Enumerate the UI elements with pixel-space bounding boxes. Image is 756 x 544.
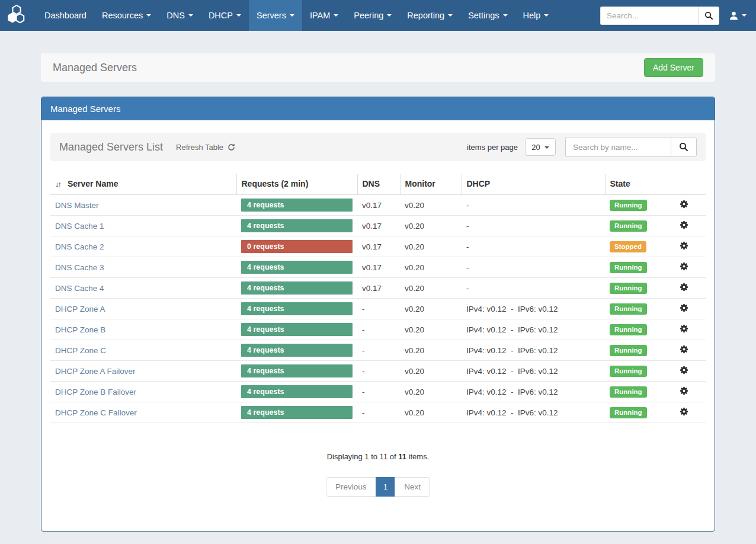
nav-label: DHCP — [209, 11, 233, 20]
add-server-button[interactable]: Add Server — [644, 58, 703, 77]
pagination-page-1-button[interactable]: 1 — [376, 477, 396, 497]
sort-icon[interactable]: ↓↑ — [55, 180, 60, 188]
displaying-total: 11 — [398, 452, 406, 461]
top-navbar: Dashboard Resources DNS DHCP Servers IPA… — [0, 0, 756, 31]
table-row: DNS Cache 2 0 requests v0.17 v0.20 - Sto… — [50, 236, 706, 257]
nav-item-servers[interactable]: Servers — [249, 0, 302, 31]
nav-item-ipam[interactable]: IPAM — [302, 0, 346, 31]
table-search-button[interactable] — [671, 137, 697, 157]
state-badge: Running — [610, 283, 647, 294]
requests-progress-bar: 4 requests — [241, 323, 353, 336]
state-badge: Running — [610, 220, 647, 232]
server-name-link[interactable]: DHCP Zone A Failover — [55, 367, 136, 376]
main-nav: Dashboard Resources DNS DHCP Servers IPA… — [37, 0, 556, 31]
column-header-state: State — [605, 174, 662, 195]
requests-progress-bar: 4 requests — [241, 344, 353, 357]
page-title: Managed Servers — [53, 62, 137, 74]
chevron-down-icon — [503, 14, 508, 17]
monitor-version: v0.20 — [400, 361, 462, 382]
server-name-link[interactable]: DHCP Zone B — [55, 325, 105, 334]
nav-item-help[interactable]: Help — [515, 0, 557, 31]
chevron-down-icon — [146, 14, 151, 17]
global-search-input[interactable] — [600, 7, 698, 25]
server-name-link[interactable]: DNS Master — [55, 201, 99, 210]
gear-icon — [680, 220, 688, 229]
page-container: Managed Servers Add Server Managed Serve… — [41, 53, 715, 532]
nav-item-dns[interactable]: DNS — [159, 0, 201, 31]
displaying-prefix: Displaying 1 to 11 of — [327, 452, 396, 461]
pagination: Previous 1 Next — [50, 477, 706, 497]
nav-label: Peering — [354, 11, 383, 20]
server-name-link[interactable]: DHCP Zone C — [55, 346, 106, 355]
pagination-previous-button[interactable]: Previous — [326, 477, 376, 497]
requests-progress-bar: 4 requests — [241, 261, 353, 274]
app-logo[interactable] — [0, 0, 37, 31]
requests-progress-bar: 4 requests — [241, 302, 353, 315]
server-name-link[interactable]: DNS Cache 4 — [55, 284, 104, 293]
monitor-version: v0.20 — [400, 340, 462, 361]
server-name-link[interactable]: DHCP Zone A — [55, 305, 105, 313]
dhcp-versions: IPv4: v0.12 - IPv6: v0.12 — [462, 299, 605, 319]
server-settings-button[interactable] — [680, 386, 688, 395]
server-settings-button[interactable] — [680, 241, 688, 250]
pagination-next-button[interactable]: Next — [395, 477, 430, 497]
refresh-label: Refresh Table — [176, 143, 223, 152]
monitor-version: v0.20 — [400, 299, 462, 319]
table-search-input[interactable] — [565, 137, 671, 157]
nav-item-reporting[interactable]: Reporting — [399, 0, 460, 31]
requests-progress-bar: 0 requests — [241, 240, 353, 253]
server-name-link[interactable]: DNS Cache 3 — [55, 263, 104, 272]
dns-version: v0.17 — [357, 278, 400, 299]
user-menu[interactable] — [729, 11, 747, 21]
dns-version: - — [357, 382, 400, 402]
table-row: DHCP Zone B Failover 4 requests - v0.20 … — [50, 382, 706, 402]
server-settings-button[interactable] — [680, 283, 688, 292]
nav-item-resources[interactable]: Resources — [94, 0, 159, 31]
table-row: DHCP Zone A Failover 4 requests - v0.20 … — [50, 361, 706, 382]
nav-item-settings[interactable]: Settings — [460, 0, 515, 31]
server-settings-button[interactable] — [680, 262, 688, 271]
column-header-monitor: Monitor — [400, 174, 462, 195]
panel-body: Managed Servers List Refresh Table items… — [41, 120, 715, 531]
server-table-body: DNS Master 4 requests v0.17 v0.20 - Runn… — [50, 195, 706, 423]
server-settings-button[interactable] — [680, 407, 688, 416]
table-row: DNS Cache 1 4 requests v0.17 v0.20 - Run… — [50, 216, 706, 236]
monitor-version: v0.20 — [400, 216, 462, 236]
servers-table: ↓↑ Server Name Requests (2 min) DNS Moni… — [50, 174, 706, 423]
server-name-link[interactable]: DHCP Zone C Failover — [55, 408, 137, 417]
requests-progress-bar: 4 requests — [241, 281, 353, 295]
server-name-link[interactable]: DNS Cache 1 — [55, 222, 104, 231]
items-per-page-select[interactable]: 20 — [525, 138, 556, 156]
column-header-server-name[interactable]: ↓↑ Server Name — [50, 174, 236, 195]
server-name-link[interactable]: DHCP Zone B Failover — [55, 388, 136, 396]
server-name-link[interactable]: DNS Cache 2 — [55, 242, 104, 251]
monitor-version: v0.20 — [400, 236, 462, 257]
displaying-info: Displaying 1 to 11 of 11 items. — [50, 452, 706, 461]
list-title: Managed Servers List — [59, 141, 163, 153]
chevron-down-icon — [290, 14, 294, 17]
monitor-version: v0.20 — [400, 402, 462, 423]
dhcp-versions: IPv4: v0.12 - IPv6: v0.12 — [462, 319, 605, 340]
server-settings-button[interactable] — [680, 324, 688, 333]
server-settings-button[interactable] — [680, 345, 688, 354]
chevron-down-icon — [334, 14, 338, 17]
nav-item-dashboard[interactable]: Dashboard — [37, 0, 94, 31]
table-header-row: ↓↑ Server Name Requests (2 min) DNS Moni… — [50, 174, 706, 195]
nav-item-dhcp[interactable]: DHCP — [201, 0, 249, 31]
server-settings-button[interactable] — [680, 303, 688, 312]
server-settings-button[interactable] — [680, 220, 688, 229]
gear-icon — [680, 262, 688, 271]
gear-icon — [680, 407, 688, 416]
nav-item-peering[interactable]: Peering — [346, 0, 399, 31]
global-search-button[interactable] — [698, 7, 719, 25]
table-row: DNS Cache 3 4 requests v0.17 v0.20 - Run… — [50, 257, 706, 278]
server-settings-button[interactable] — [680, 366, 688, 375]
state-badge: Running — [610, 303, 647, 315]
dhcp-versions: - — [462, 278, 605, 299]
server-settings-button[interactable] — [680, 200, 688, 209]
chevron-down-icon — [742, 14, 747, 17]
dns-version: - — [357, 299, 400, 319]
hexagons-logo-icon — [6, 5, 27, 26]
refresh-table-link[interactable]: Refresh Table — [176, 143, 235, 152]
search-icon — [679, 142, 688, 152]
